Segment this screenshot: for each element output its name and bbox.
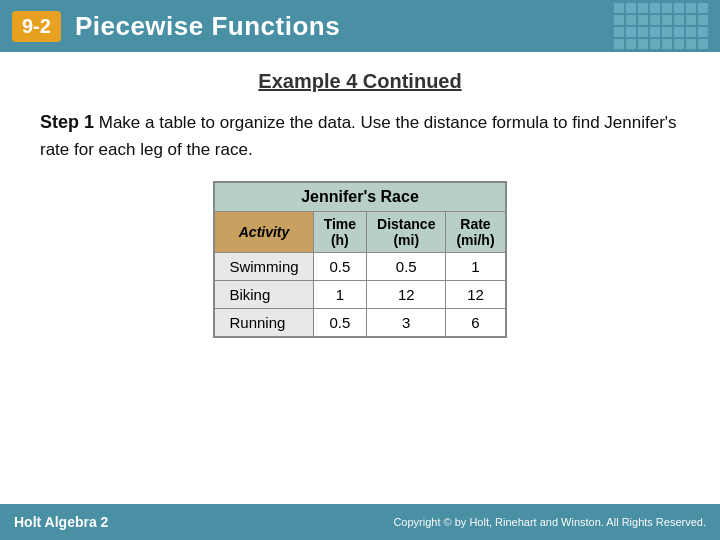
col-header-rate: Rate(mi/h) <box>446 212 506 253</box>
step-description: Step 1 Make a table to organize the data… <box>40 109 680 163</box>
step-body: Make a table to organize the data. Use t… <box>40 113 677 159</box>
lesson-badge: 9-2 <box>12 11 61 42</box>
step-label: Step 1 <box>40 112 94 132</box>
activity-swimming: Swimming <box>214 253 313 281</box>
table-wrapper: Jennifer's Race Activity Time(h) Distanc… <box>40 181 680 338</box>
footer-publisher: Holt Algebra 2 <box>14 514 108 530</box>
table-row: Biking 1 12 12 <box>214 281 505 309</box>
header-bar: 9-2 Piecewise Functions <box>0 0 720 52</box>
distance-running: 3 <box>367 309 446 338</box>
distance-swimming: 0.5 <box>367 253 446 281</box>
time-swimming: 0.5 <box>313 253 366 281</box>
table-caption: Jennifer's Race <box>214 182 505 212</box>
activity-biking: Biking <box>214 281 313 309</box>
example-title: Example 4 Continued <box>40 70 680 93</box>
main-content: Example 4 Continued Step 1 Make a table … <box>0 52 720 348</box>
activity-running: Running <box>214 309 313 338</box>
time-biking: 1 <box>313 281 366 309</box>
footer-copyright: Copyright © by Holt, Rinehart and Winsto… <box>393 516 706 528</box>
race-table: Jennifer's Race Activity Time(h) Distanc… <box>213 181 506 338</box>
col-header-distance: Distance(mi) <box>367 212 446 253</box>
rate-running: 6 <box>446 309 506 338</box>
rate-swimming: 1 <box>446 253 506 281</box>
table-row: Swimming 0.5 0.5 1 <box>214 253 505 281</box>
col-header-activity: Activity <box>214 212 313 253</box>
header-decoration <box>614 3 708 49</box>
footer-bar: Holt Algebra 2 Copyright © by Holt, Rine… <box>0 504 720 540</box>
time-running: 0.5 <box>313 309 366 338</box>
table-row: Running 0.5 3 6 <box>214 309 505 338</box>
header-title: Piecewise Functions <box>75 11 340 42</box>
distance-biking: 12 <box>367 281 446 309</box>
col-header-time: Time(h) <box>313 212 366 253</box>
rate-biking: 12 <box>446 281 506 309</box>
table-caption-row: Jennifer's Race <box>214 182 505 212</box>
table-header-row: Activity Time(h) Distance(mi) Rate(mi/h) <box>214 212 505 253</box>
